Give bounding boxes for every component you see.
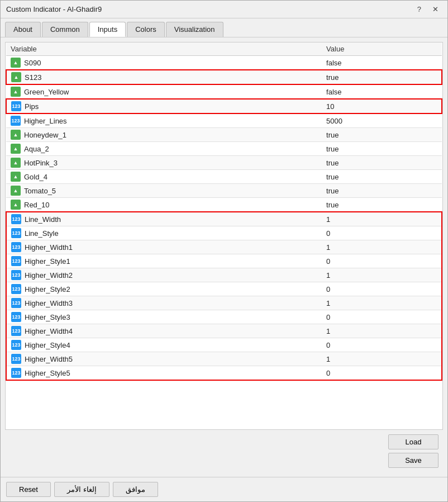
green-icon: ▲ [11, 200, 21, 210]
green-icon: ▲ [11, 186, 21, 196]
variable-value: 1 [322, 324, 442, 338]
help-button[interactable]: ? [414, 4, 425, 15]
green-icon: ▲ [11, 87, 21, 97]
col-variable: Variable [6, 42, 322, 56]
blue-icon: 123 [11, 228, 21, 238]
blue-icon: 123 [11, 116, 21, 126]
table-row[interactable]: 123Higher_Style20 [6, 282, 442, 296]
variable-value: 0 [322, 254, 442, 268]
variable-value: true [322, 142, 442, 156]
table-row[interactable]: ▲Aqua_2true [6, 142, 442, 156]
variable-value: true [322, 156, 442, 170]
table-row[interactable]: ▲HotPink_3true [6, 156, 442, 170]
variable-value: true [322, 70, 442, 84]
tab-about[interactable]: About [5, 22, 41, 37]
table-row[interactable]: 123Higher_Width31 [6, 296, 442, 310]
table-row[interactable]: 123Line_Width1 [6, 212, 442, 226]
variable-value: 10 [322, 99, 442, 113]
variable-name: HotPink_3 [24, 159, 58, 167]
table-row[interactable]: ▲S090false [6, 56, 442, 70]
blue-icon: 123 [11, 256, 21, 266]
green-icon: ▲ [11, 158, 21, 168]
variable-name: Higher_Width2 [25, 271, 73, 280]
variable-name: S090 [24, 59, 41, 67]
table-row[interactable]: ▲Tomato_5true [6, 184, 442, 198]
variable-name: Higher_Width1 [25, 243, 73, 252]
table-row[interactable]: ▲Gold_4true [6, 170, 442, 184]
tab-colors[interactable]: Colors [127, 22, 165, 37]
variable-name: Higher_Style2 [25, 285, 70, 293]
blue-icon: 123 [11, 270, 21, 280]
variable-value: true [322, 128, 442, 142]
tab-inputs[interactable]: Inputs [89, 22, 126, 37]
variable-value: 0 [322, 310, 442, 324]
table-row[interactable]: 123Line_Style0 [6, 226, 442, 240]
blue-icon: 123 [11, 354, 21, 364]
tab-bar: About Common Inputs Colors Visualization [1, 18, 447, 37]
blue-icon: 123 [11, 368, 21, 378]
table-row[interactable]: 123Higher_Width41 [6, 324, 442, 338]
blue-icon: 123 [11, 312, 21, 322]
table-row[interactable]: 123Higher_Style10 [6, 254, 442, 268]
variable-name: Honeydew_1 [24, 131, 66, 139]
blue-icon: 123 [11, 326, 21, 336]
table-row[interactable]: ▲S123true [6, 70, 442, 84]
variable-name: Higher_Width3 [25, 299, 73, 307]
variable-value: 5000 [322, 113, 442, 128]
variable-name: Aqua_2 [24, 145, 49, 153]
green-icon: ▲ [11, 172, 21, 182]
table-header: Variable Value [6, 42, 442, 56]
variable-name: S123 [25, 73, 41, 82]
table-container: Variable Value ▲S090false▲S123true▲Green… [5, 42, 443, 430]
blue-icon: 123 [11, 101, 21, 111]
table-row[interactable]: 123Higher_Width51 [6, 352, 442, 366]
variable-name: Gold_4 [24, 173, 47, 181]
variable-value: 0 [322, 282, 442, 296]
save-button[interactable]: Save [388, 453, 439, 468]
table-row[interactable]: 123Higher_Width11 [6, 240, 442, 254]
blue-icon: 123 [11, 340, 21, 350]
load-button[interactable]: Load [388, 434, 439, 449]
variable-value: 0 [322, 366, 442, 381]
window-title: Custom Indicator - Al-Ghadir9 [6, 5, 102, 13]
variable-value: 0 [322, 226, 442, 240]
variable-value: false [322, 84, 442, 99]
variable-value: 0 [322, 338, 442, 352]
green-icon: ▲ [11, 144, 21, 154]
variable-name: Higher_Width4 [25, 327, 73, 335]
table-row[interactable]: ▲Red_10true [6, 198, 442, 212]
variable-name: Higher_Lines [24, 117, 67, 125]
variable-value: true [322, 198, 442, 212]
close-button[interactable]: ✕ [429, 4, 442, 15]
table-row[interactable]: 123Higher_Lines5000 [6, 113, 442, 128]
table-row[interactable]: 123Higher_Style50 [6, 366, 442, 381]
tab-visualization[interactable]: Visualization [166, 22, 223, 37]
variable-name: Tomato_5 [24, 187, 56, 195]
title-controls: ? ✕ [414, 4, 442, 15]
table-row[interactable]: ▲Green_Yellowfalse [6, 84, 442, 99]
variable-value: 1 [322, 240, 442, 254]
table-row[interactable]: 123Higher_Style30 [6, 310, 442, 324]
table-row[interactable]: ▲Honeydew_1true [6, 128, 442, 142]
variable-name: Red_10 [24, 201, 50, 209]
content-area: Variable Value ▲S090false▲S123true▲Green… [1, 37, 447, 477]
variable-value: true [322, 184, 442, 198]
tab-common[interactable]: Common [42, 22, 88, 37]
variable-name: Line_Width [25, 215, 61, 224]
reset-button[interactable]: Reset [6, 482, 51, 497]
variable-name: Pips [25, 102, 39, 111]
table-row[interactable]: 123Higher_Style40 [6, 338, 442, 352]
green-icon: ▲ [11, 72, 21, 82]
variable-value: 1 [322, 296, 442, 310]
green-icon: ▲ [11, 130, 21, 140]
blue-icon: 123 [11, 214, 21, 224]
cancel-button[interactable]: إلغاء الأمر [54, 482, 109, 497]
variable-name: Green_Yellow [24, 88, 69, 96]
ok-button[interactable]: موافق [113, 482, 158, 497]
variable-name: Higher_Width5 [25, 355, 73, 363]
variable-name: Higher_Style4 [25, 341, 70, 349]
table-row[interactable]: 123Higher_Width21 [6, 268, 442, 282]
variable-name: Higher_Style5 [25, 369, 70, 377]
table-row[interactable]: 123Pips10 [6, 99, 442, 113]
inputs-table: Variable Value ▲S090false▲S123true▲Green… [6, 42, 442, 381]
